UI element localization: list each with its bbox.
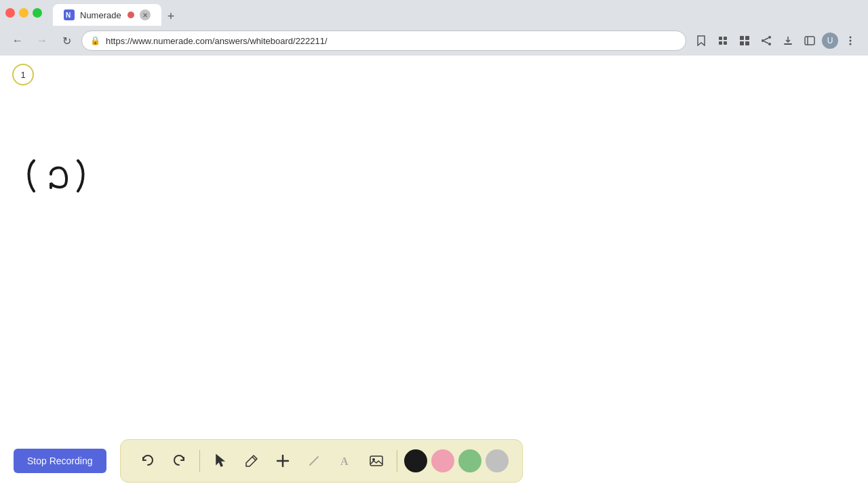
- bottom-toolbar-wrapper: Stop Recording: [0, 434, 868, 488]
- svg-point-13: [768, 43, 771, 45]
- text-icon: A: [338, 453, 353, 468]
- puzzle-icon: [717, 35, 728, 46]
- sidebar-button[interactable]: [800, 31, 819, 50]
- svg-rect-7: [740, 36, 744, 40]
- download-button[interactable]: [778, 31, 797, 50]
- color-green-button[interactable]: [458, 449, 481, 472]
- bookmark-icon: [696, 35, 707, 46]
- page-number: 1: [20, 70, 25, 80]
- whiteboard[interactable]: 1 Stop Recording: [0, 56, 868, 488]
- drawing-toolbar: A: [120, 439, 523, 483]
- download-icon: [783, 35, 793, 46]
- grid-button[interactable]: [735, 31, 754, 50]
- svg-text:N: N: [66, 12, 71, 19]
- tab-favicon: N: [64, 9, 75, 20]
- close-window-button[interactable]: [5, 8, 15, 18]
- svg-point-11: [768, 36, 771, 39]
- color-pink-button[interactable]: [431, 449, 454, 472]
- sidebar-icon: [804, 35, 815, 46]
- plus-icon: [275, 453, 290, 468]
- tab-bar: N Numerade ✕ +: [53, 0, 863, 26]
- undo-button[interactable]: [134, 447, 161, 474]
- pen-icon: [244, 453, 259, 468]
- maximize-window-button[interactable]: [33, 8, 42, 18]
- color-black-button[interactable]: [404, 449, 427, 472]
- svg-rect-16: [784, 43, 792, 45]
- svg-rect-9: [740, 41, 744, 45]
- eraser-tool-button[interactable]: [300, 447, 328, 474]
- page-number-badge: 1: [12, 64, 34, 85]
- svg-rect-10: [745, 41, 749, 45]
- more-icon: [845, 35, 856, 46]
- share-icon: [761, 35, 772, 46]
- select-tool-button[interactable]: [207, 447, 234, 474]
- svg-point-20: [850, 40, 852, 42]
- image-tool-button[interactable]: [363, 447, 390, 474]
- share-button[interactable]: [757, 31, 776, 50]
- new-tab-button[interactable]: +: [161, 7, 180, 26]
- active-tab[interactable]: N Numerade ✕: [53, 4, 161, 26]
- svg-rect-6: [724, 41, 727, 45]
- stop-recording-button[interactable]: Stop Recording: [14, 449, 106, 473]
- toolbar-divider-1: [199, 450, 200, 472]
- redo-button[interactable]: [165, 447, 193, 474]
- reload-button[interactable]: ↻: [57, 31, 76, 50]
- svg-line-14: [764, 38, 768, 40]
- toolbar-divider-2: [397, 450, 397, 472]
- cursor-icon: [213, 453, 228, 468]
- image-icon: [369, 453, 384, 468]
- svg-marker-2: [698, 36, 705, 45]
- title-bar: N Numerade ✕ +: [0, 0, 868, 26]
- undo-icon: [140, 453, 155, 468]
- svg-text:A: A: [340, 455, 349, 467]
- svg-point-19: [850, 37, 852, 39]
- pen-tool-button[interactable]: [238, 447, 265, 474]
- add-tool-button[interactable]: [269, 447, 296, 474]
- svg-rect-8: [745, 36, 749, 40]
- eraser-icon: [307, 453, 321, 468]
- svg-rect-27: [370, 456, 382, 466]
- svg-point-12: [762, 39, 764, 42]
- address-bar[interactable]: 🔒 https://www.numerade.com/answers/white…: [81, 30, 686, 51]
- svg-point-21: [850, 43, 852, 45]
- tab-title: Numerade: [80, 10, 122, 20]
- svg-rect-3: [719, 37, 722, 40]
- address-bar-row: ← → ↻ 🔒 https://www.numerade.com/answers…: [0, 26, 868, 56]
- handwritten-content: [20, 150, 102, 211]
- lock-icon: 🔒: [90, 36, 100, 45]
- browser-frame: N Numerade ✕ + ← → ↻ 🔒 https://www.numer…: [0, 0, 868, 488]
- window-controls: [5, 8, 42, 18]
- minimize-window-button[interactable]: [19, 8, 28, 18]
- svg-line-15: [764, 41, 768, 43]
- url-text: https://www.numerade.com/answers/whitebo…: [106, 36, 677, 46]
- tab-close-button[interactable]: ✕: [140, 9, 151, 20]
- text-tool-button[interactable]: A: [332, 447, 359, 474]
- page-content: 1 Stop Recording: [0, 56, 868, 488]
- svg-rect-5: [719, 41, 722, 45]
- forward-button[interactable]: →: [33, 31, 52, 50]
- svg-rect-17: [805, 37, 814, 45]
- color-gray-button[interactable]: [486, 449, 509, 472]
- bookmark-button[interactable]: [692, 31, 711, 50]
- browser-toolbar-icons: U: [692, 31, 860, 50]
- svg-line-25: [310, 457, 318, 465]
- recording-indicator: [127, 12, 134, 18]
- back-button[interactable]: ←: [8, 31, 27, 50]
- svg-rect-4: [724, 37, 727, 40]
- menu-button[interactable]: [841, 31, 860, 50]
- extensions-button[interactable]: [713, 31, 732, 50]
- profile-avatar[interactable]: U: [822, 33, 838, 49]
- handwriting-svg: [20, 150, 102, 205]
- grid-icon: [739, 35, 750, 46]
- redo-icon: [172, 453, 186, 468]
